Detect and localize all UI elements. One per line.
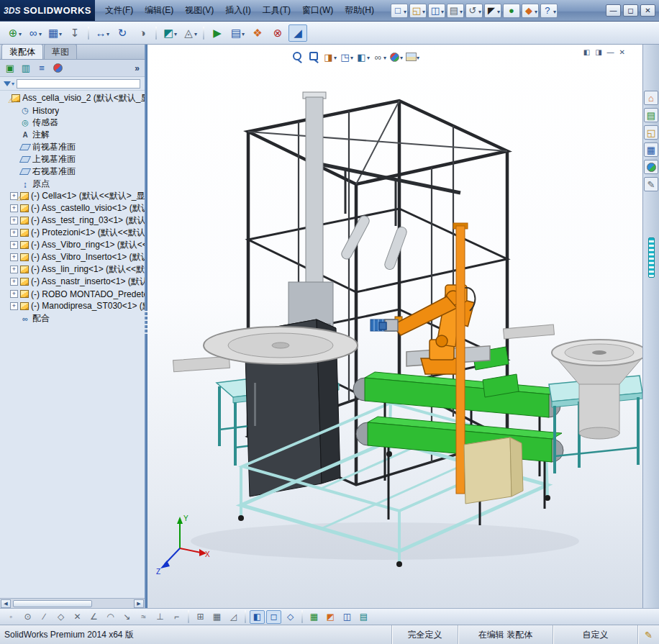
snap-arc-button[interactable]: ◠	[103, 610, 118, 624]
save-button[interactable]: ◫	[428, 4, 445, 18]
expander-icon[interactable]: +	[10, 204, 18, 212]
hide-show-items-button[interactable]: ∞	[372, 50, 387, 64]
panel-overflow-chevron[interactable]: »	[135, 63, 142, 73]
menu-item[interactable]: 编辑(E)	[139, 0, 179, 21]
configurationmanager-icon[interactable]: ≡	[35, 62, 49, 75]
tree-item[interactable]: 传感器	[0, 117, 145, 129]
expander-icon[interactable]: +	[10, 302, 18, 310]
section-tool-button[interactable]: ◩	[323, 610, 338, 624]
tree-item[interactable]: 原点	[0, 178, 145, 190]
tree-item[interactable]: 注解	[0, 129, 145, 141]
tree-item[interactable]: 前视基准面	[0, 141, 145, 153]
tree-item[interactable]: 配合	[0, 312, 145, 325]
tree-item[interactable]: + (-) ROBO MONTADO_Predeterminado<1>	[0, 288, 145, 300]
close-doc-button[interactable]: ✕	[619, 48, 625, 56]
angle-measure-button[interactable]: ◿	[226, 610, 241, 624]
filter-icon[interactable]	[4, 81, 11, 86]
snap-midpoint-button[interactable]: ◇	[53, 610, 68, 624]
filter-dropdown-icon[interactable]: ▾	[12, 81, 14, 87]
propertymanager-icon[interactable]: ▥	[19, 62, 33, 75]
show-hidden-components-button[interactable]: ◑	[133, 24, 152, 42]
toolbox-button[interactable]: ●	[503, 4, 520, 18]
snap-perpendicular-button[interactable]: ⊥	[153, 610, 168, 624]
menu-item[interactable]: 工具(T)	[257, 0, 296, 21]
section-view-button[interactable]: ◨	[322, 50, 337, 64]
minimize-doc-button[interactable]: —	[607, 48, 614, 56]
smart-fasteners-button[interactable]: ↧	[65, 24, 84, 42]
expander-icon[interactable]: +	[10, 266, 18, 273]
viewport-layout-button[interactable]: ◫	[340, 610, 355, 624]
custom-properties-icon[interactable]: ✎	[644, 177, 658, 191]
new-document-button[interactable]: □	[391, 4, 408, 18]
apply-scene-button[interactable]	[405, 50, 420, 64]
snap-intersection-button[interactable]: ✕	[70, 610, 85, 624]
scroll-right-icon[interactable]: ▶	[134, 599, 144, 608]
rotary-disc-feeder[interactable]	[204, 327, 358, 364]
expander-icon[interactable]: +	[10, 278, 18, 286]
appearances-scenes-icon[interactable]	[644, 160, 658, 174]
tree-item[interactable]: History	[0, 104, 145, 117]
tree-item[interactable]: + (-) Protezioni<1> (默认<<默认>_显示状态 1>)	[0, 227, 145, 239]
instant3d-button[interactable]: ◢	[288, 24, 307, 42]
design-table-button[interactable]: ▤	[356, 610, 371, 624]
menu-item[interactable]: 窗口(W)	[296, 0, 339, 21]
grid-options-button[interactable]: ▦	[209, 610, 224, 624]
expander-icon[interactable]: +	[10, 217, 18, 225]
expander-icon[interactable]: +	[10, 290, 18, 298]
rotate-component-button[interactable]: ↻	[113, 24, 132, 42]
graphics-area[interactable]: ◨ ◳ ◧ ∞	[147, 45, 642, 608]
pane-left-button[interactable]: ◧	[583, 48, 590, 56]
featuremanager-icon[interactable]: ▣	[3, 62, 17, 75]
grid-button[interactable]: ⊞	[193, 610, 208, 624]
maximize-button[interactable]: ◻	[623, 4, 638, 17]
insert-components-button[interactable]: ⊕	[5, 24, 24, 42]
linear-component-pattern-button[interactable]: ▦	[45, 24, 64, 42]
snap-point-button[interactable]: ◦	[4, 610, 19, 624]
bill-of-materials-button[interactable]: ▤	[228, 24, 247, 42]
tree-item[interactable]: + (-) Manodipresa_ST030<1> (默认<<默认>_显示状态…	[0, 300, 145, 312]
close-button[interactable]: ✕	[640, 4, 655, 17]
print-button[interactable]: ▤	[447, 4, 464, 18]
task-pane-grip[interactable]	[648, 237, 655, 278]
parts-bin[interactable]	[464, 437, 523, 504]
status-custom-tab[interactable]: 自定义	[553, 625, 637, 644]
tree-item[interactable]: + (-) Ass_castello_visio<1> (默认<<默认>_显示状…	[0, 202, 145, 214]
menu-item[interactable]: 文件(F)	[99, 0, 139, 21]
assembly-features-button[interactable]: ◩	[160, 24, 179, 42]
edit-appearance-button[interactable]	[388, 50, 404, 64]
left-feed-beam[interactable]	[173, 356, 230, 371]
expander-icon[interactable]: +	[10, 253, 18, 261]
scrollbar-thumb[interactable]	[13, 600, 92, 607]
snap-corner-button[interactable]: ⌐	[169, 610, 184, 624]
snap-spline-button[interactable]: ≈	[136, 610, 151, 624]
right-feed-beam[interactable]	[504, 325, 555, 339]
design-library-icon[interactable]: ▤	[644, 108, 658, 122]
reference-geometry-button[interactable]: ◬	[181, 24, 199, 42]
scroll-left-icon[interactable]: ◀	[1, 599, 11, 608]
select-button[interactable]: ◤	[484, 4, 501, 18]
status-pencil-icon[interactable]: ✎	[637, 625, 659, 644]
pane-right-button[interactable]: ◨	[595, 48, 601, 56]
panel-horizontal-scrollbar[interactable]: ◀ ▶	[0, 598, 145, 608]
new-motion-study-button[interactable]: ▶	[208, 24, 227, 42]
exploded-view-button[interactable]: ❖	[248, 24, 267, 42]
snap-tangent-button[interactable]: ↘	[119, 610, 135, 624]
tree-item[interactable]: + (-) Ass_test_ring_03<1> (默认<<默认>_显示状态 …	[0, 214, 145, 227]
tree-item[interactable]: 上视基准面	[0, 153, 145, 165]
robot-arm[interactable]	[379, 285, 490, 374]
shaded-with-edges-button[interactable]: ◧	[250, 610, 265, 624]
file-explorer-icon[interactable]: ◱	[644, 125, 658, 140]
tree-item[interactable]: Ass_cella_visio_2 (默认<默认_显示状态-1>)	[0, 92, 145, 104]
3d-model-view[interactable]: X Y Z	[147, 45, 642, 608]
tree-item[interactable]: + (-) Cella<1> (默认<<默认>_显示状态 1>)	[0, 190, 145, 202]
solidworks-resources-icon[interactable]: ⌂	[644, 91, 658, 105]
tab-sketch[interactable]: 草图	[44, 44, 77, 59]
tree-item[interactable]: 右视基准面	[0, 165, 145, 178]
tree-item[interactable]: + (-) Ass_Vibro_ring<1> (默认<<默认>_显示状态 1>…	[0, 239, 145, 251]
tab-assembly[interactable]: 装配体	[1, 44, 43, 59]
options-button[interactable]: ◆	[522, 4, 539, 18]
edit-color-button[interactable]: ▦	[306, 610, 322, 624]
help-button[interactable]: ?	[540, 4, 558, 18]
menu-item[interactable]: 插入(I)	[219, 0, 256, 21]
snap-center-button[interactable]: ⊙	[20, 610, 35, 624]
